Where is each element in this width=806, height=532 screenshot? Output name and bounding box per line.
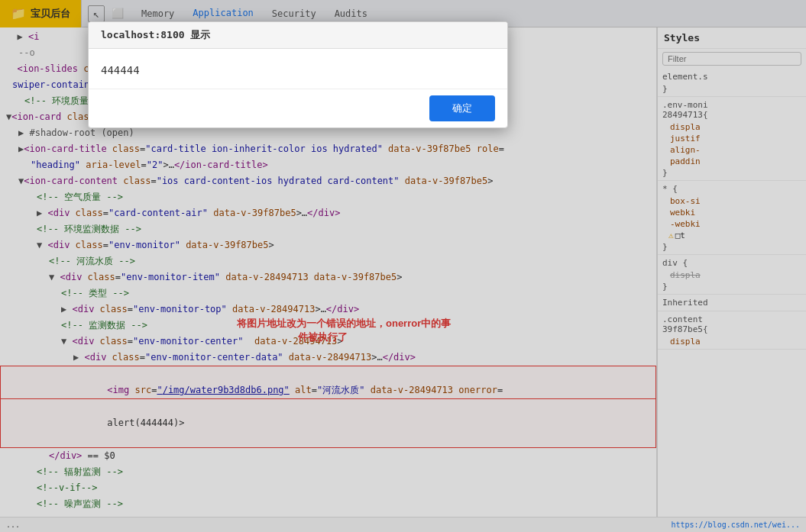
- alert-footer: 确定: [89, 89, 507, 127]
- alert-body: 444444: [89, 49, 507, 89]
- alert-ok-button[interactable]: 确定: [429, 95, 495, 121]
- alert-dialog: localhost:8100 显示 444444 确定: [88, 21, 508, 128]
- alert-title-bar: localhost:8100 显示: [89, 22, 507, 49]
- alert-overlay: localhost:8100 显示 444444 确定: [0, 0, 806, 532]
